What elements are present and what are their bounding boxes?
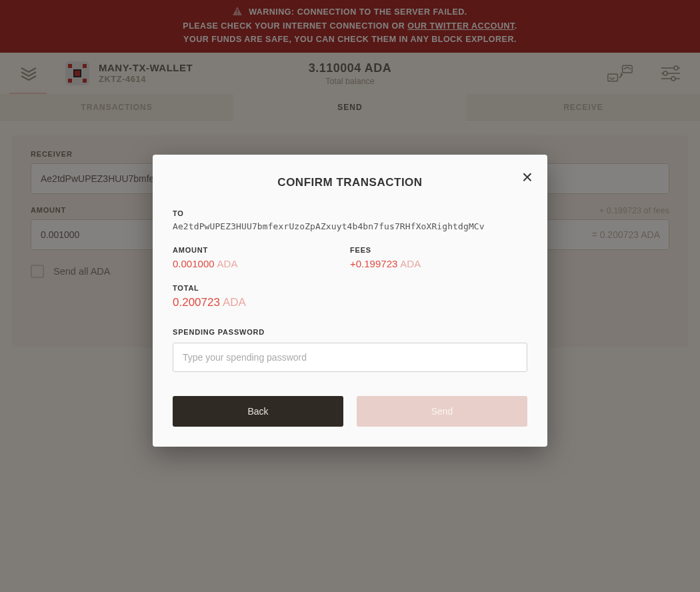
- modal-fees-value: +0.199723ADA: [350, 258, 527, 269]
- send-button[interactable]: Send: [357, 396, 527, 427]
- modal-to-label: TO: [173, 209, 527, 217]
- modal-amount-label: AMOUNT: [173, 246, 350, 254]
- modal-amount-num: 0.001000: [173, 258, 215, 269]
- modal-amount-unit: ADA: [217, 258, 238, 269]
- spending-password-label: SPENDING PASSWORD: [173, 328, 527, 336]
- modal-fees-label: FEES: [350, 246, 527, 254]
- modal-total-num: 0.200723: [173, 296, 220, 309]
- modal-fees-num: +0.199723: [350, 258, 397, 269]
- modal-total-label: TOTAL: [173, 284, 527, 292]
- spending-password-input[interactable]: [173, 343, 527, 372]
- modal-overlay: CONFIRM TRANSACTION × TO Ae2tdPwUPEZ3HUU…: [0, 0, 700, 592]
- modal-title: CONFIRM TRANSACTION: [173, 176, 527, 189]
- modal-to-address: Ae2tdPwUPEZ3HUU7bmfexrUzoZpAZxuyt4b4bn7f…: [173, 221, 527, 231]
- confirm-modal: CONFIRM TRANSACTION × TO Ae2tdPwUPEZ3HUU…: [153, 155, 547, 447]
- back-button-label: Back: [247, 406, 268, 417]
- back-button[interactable]: Back: [173, 396, 343, 427]
- modal-amount-value: 0.001000ADA: [173, 258, 350, 269]
- modal-total-unit: ADA: [223, 296, 246, 309]
- modal-total-value: 0.200723ADA: [173, 296, 527, 309]
- send-button-label: Send: [431, 406, 453, 417]
- close-icon[interactable]: ×: [522, 168, 533, 187]
- modal-fees-unit: ADA: [400, 258, 421, 269]
